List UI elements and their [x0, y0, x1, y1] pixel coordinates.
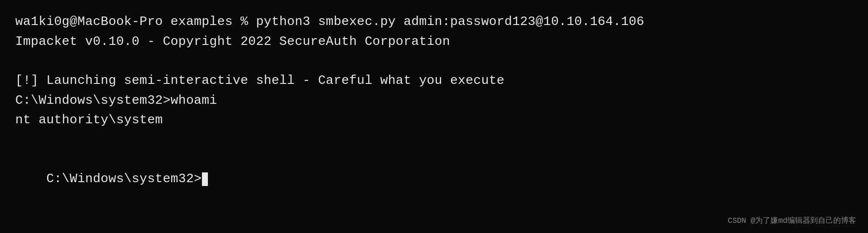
terminal-cursor [202, 172, 208, 186]
terminal-line-launch: [!] Launching semi-interactive shell - C… [15, 71, 853, 91]
terminal-line-impacket: Impacket v0.10.0 - Copyright 2022 Secure… [15, 32, 853, 52]
terminal-line-whoami: nt authority\system [15, 110, 853, 130]
terminal-blank-1 [15, 51, 853, 71]
prompt2-text: C:\Windows\system32> [46, 172, 202, 186]
terminal-line-prompt2: C:\Windows\system32> [15, 150, 853, 209]
terminal-window: wa1ki0g@MacBook-Pro examples % python3 s… [0, 0, 868, 233]
terminal-blank-2 [15, 130, 853, 150]
terminal-line-cmd: wa1ki0g@MacBook-Pro examples % python3 s… [15, 12, 853, 32]
terminal-line-prompt1: C:\Windows\system32>whoami [15, 91, 853, 111]
watermark: CSDN @为了嫌md编辑器到自己的博客 [728, 215, 856, 225]
